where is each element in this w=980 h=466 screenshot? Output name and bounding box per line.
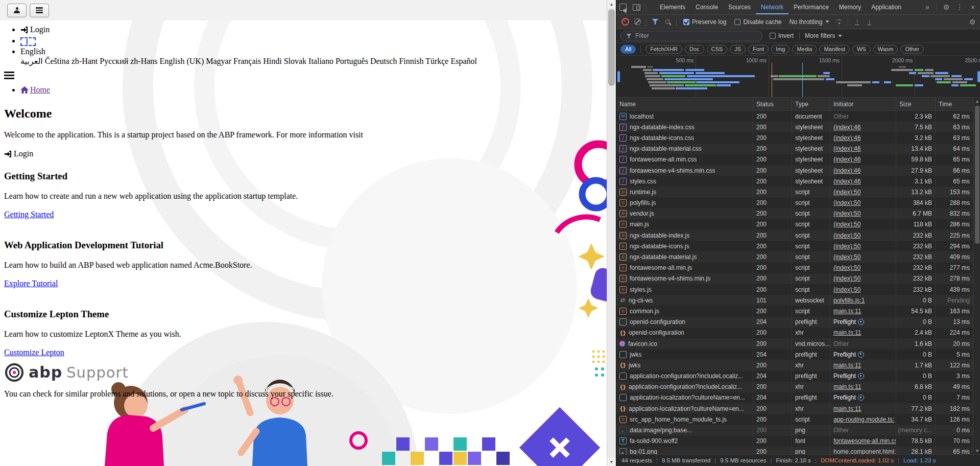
table-row[interactable]: fontawesome-all.min.js200script(index):5…: [616, 263, 980, 273]
table-row[interactable]: fontawesome-v4-shims.min.js200script(ind…: [616, 273, 980, 284]
tab-application[interactable]: Application: [866, 0, 906, 14]
table-row[interactable]: runtime.js200script(index):5013.2 kB153 …: [616, 187, 980, 197]
tab-memory[interactable]: Memory: [834, 0, 866, 14]
chip-all[interactable]: All: [620, 45, 636, 54]
tab-elements[interactable]: Elements: [655, 0, 690, 14]
filter-input[interactable]: Filter: [620, 31, 762, 41]
kebab-menu-icon[interactable]: ⋮: [953, 1, 966, 13]
home-link[interactable]: Home: [30, 85, 50, 94]
record-button[interactable]: [619, 16, 631, 28]
hamburger-icon[interactable]: [4, 75, 14, 76]
export-har-button[interactable]: ↓: [864, 16, 875, 28]
nav-menu-button[interactable]: [30, 4, 49, 17]
table-row[interactable]: ngx-datatable-material.js200script(index…: [616, 251, 980, 262]
column-header-type[interactable]: Type: [792, 98, 830, 110]
chip-js[interactable]: JS: [730, 45, 746, 54]
language-item[interactable]: English العربية Čeština zh-Hant Русский …: [20, 46, 607, 66]
language-options[interactable]: العربية Čeština zh-Hant Русский zh-Hans …: [20, 56, 607, 66]
chip-font[interactable]: Font: [748, 45, 769, 54]
table-row[interactable]: polyfills.js200script(index):50384 kB288…: [616, 198, 980, 208]
table-row[interactable]: jwks204preflightPreflight0 B5 ms: [616, 349, 980, 360]
table-row[interactable]: application-configuration?includeLocaliz…: [616, 382, 980, 392]
inspect-element-button[interactable]: [616, 1, 630, 14]
user-menu-button[interactable]: [7, 4, 27, 17]
table-row[interactable]: styles.js200script(index):50232 kB439 ms: [616, 284, 980, 295]
tab-sources[interactable]: Sources: [723, 0, 756, 14]
chip-css[interactable]: CSS: [707, 45, 728, 54]
table-row[interactable]: vendor.js200script(index):506.7 MB832 ms: [616, 208, 980, 219]
page-scrollbar[interactable]: ▲ ▼: [607, 0, 616, 466]
table-row[interactable]: common.js200scriptmain.ts:1154.5 kB163 m…: [616, 306, 980, 316]
login-inline-item[interactable]: Login: [4, 149, 603, 159]
table-row[interactable]: ngx-datatable-index.js200script(index):5…: [616, 230, 980, 241]
device-toolbar-button[interactable]: [630, 1, 643, 14]
column-header-initiator[interactable]: Initiator: [830, 98, 896, 110]
scroll-down-arrow-icon[interactable]: ▼: [973, 447, 980, 454]
column-header-time[interactable]: Time: [936, 98, 973, 110]
table-row[interactable]: src_app_home_home_module_ts.js200scripta…: [616, 414, 980, 425]
table-row[interactable]: main.js200script(index):50118 kB286 ms: [616, 219, 980, 230]
disable-cache-checkbox[interactable]: Disable cache: [734, 18, 781, 26]
table-scrollbar[interactable]: ▲ ▼: [973, 98, 980, 454]
timeline-left-handle[interactable]: [617, 71, 620, 82]
broken-icon-item[interactable]: [20, 36, 607, 46]
login-nav-item[interactable]: Login: [20, 25, 607, 35]
tab-console[interactable]: Console: [690, 0, 723, 14]
scroll-down-arrow-icon[interactable]: ▼: [607, 458, 616, 466]
scroll-up-arrow-icon[interactable]: ▲: [607, 0, 616, 8]
timeline-right-handle[interactable]: [977, 71, 980, 82]
table-scrollbar-thumb[interactable]: [975, 106, 979, 244]
table-row[interactable]: localhost200documentOther2.3 kB62 ms: [616, 111, 980, 122]
table-row[interactable]: bg-01.png200pnghome.component.html:28.1 …: [616, 447, 980, 454]
table-row[interactable]: application-localization?cultureName=en.…: [616, 403, 980, 414]
scroll-up-arrow-icon[interactable]: ▲: [973, 98, 980, 105]
chip-manifest[interactable]: Manifest: [819, 45, 850, 54]
more-tabs-button[interactable]: »: [921, 1, 934, 13]
table-row[interactable]: styles.css200stylesheet(index):463.1 kB6…: [616, 176, 980, 187]
settings-icon[interactable]: ⚙: [940, 1, 952, 13]
close-icon[interactable]: ×: [967, 1, 979, 13]
getting-started-link[interactable]: Getting Started: [4, 210, 54, 219]
table-row[interactable]: fa-solid-900.woff2200fontfontawesome-all…: [616, 436, 980, 447]
table-row[interactable]: openid-configuration200xhrmain.ts:112.4 …: [616, 328, 980, 338]
tab-performance[interactable]: Performance: [788, 0, 834, 14]
chip-media[interactable]: Media: [792, 45, 817, 54]
invert-checkbox[interactable]: Invert: [770, 32, 794, 39]
chip-img[interactable]: Img: [771, 45, 790, 54]
chip-ws[interactable]: WS: [852, 45, 871, 54]
table-row[interactable]: ngx-datatable-icons.js200script(index):5…: [616, 241, 980, 251]
clear-button[interactable]: [632, 16, 643, 28]
customize-lepton-link[interactable]: Customize Lepton: [4, 348, 64, 357]
column-header-size[interactable]: Size: [896, 98, 936, 110]
table-row[interactable]: openid-configuration204preflightPrefligh…: [616, 317, 980, 328]
tab-network[interactable]: Network: [756, 0, 788, 14]
table-row[interactable]: application-configuration?includeLocaliz…: [616, 371, 980, 382]
table-row[interactable]: ngx-datatable-index.css200stylesheet(ind…: [616, 122, 980, 132]
network-conditions-button[interactable]: [833, 16, 845, 28]
table-row[interactable]: fontawesome-v4-shims.min.css200styleshee…: [616, 165, 980, 176]
network-settings-button[interactable]: ⚙: [967, 16, 978, 28]
table-row[interactable]: fontawesome-all.min.css200stylesheet(ind…: [616, 154, 980, 165]
table-row[interactable]: jwks200xhrmain.ts:111.7 kB122 ms: [616, 360, 980, 370]
table-row[interactable]: favicon.ico200vnd.micros...Other1.6 kB20…: [616, 338, 980, 349]
column-header-status[interactable]: Status: [753, 98, 792, 110]
chip-other[interactable]: Other: [900, 45, 924, 54]
table-row[interactable]: ngx-datatable-material.css200stylesheet(…: [616, 144, 980, 154]
page-scrollbar-thumb[interactable]: [608, 9, 615, 86]
home-nav-item[interactable]: Home: [20, 85, 607, 96]
throttling-dropdown[interactable]: No throttling: [790, 18, 830, 26]
filter-toggle-button[interactable]: [650, 16, 661, 28]
chip-wasm[interactable]: Wasm: [873, 45, 898, 54]
network-overview-timeline[interactable]: 500 ms1000 ms1500 ms2000 ms2500 ms: [616, 56, 980, 98]
chip-fetch-xhr[interactable]: Fetch/XHR: [646, 45, 682, 54]
column-header-name[interactable]: Name: [616, 98, 753, 110]
table-row[interactable]: application-localization?cultureName=en.…: [616, 392, 980, 403]
explore-tutorial-link[interactable]: Explore Tutorial: [4, 279, 58, 288]
table-row[interactable]: data:image/png;base...200pngOther(memory…: [616, 425, 980, 435]
more-filters-dropdown[interactable]: More filters: [805, 32, 842, 39]
table-row[interactable]: ngx-datatable-icons.css200stylesheet(ind…: [616, 132, 980, 143]
chip-doc[interactable]: Doc: [685, 45, 704, 54]
preserve-log-checkbox[interactable]: Preserve log: [683, 18, 726, 26]
import-har-button[interactable]: ↑: [851, 16, 863, 28]
table-row[interactable]: ng-cli-ws101websocketpolyfills.js:10 BPe…: [616, 295, 980, 306]
